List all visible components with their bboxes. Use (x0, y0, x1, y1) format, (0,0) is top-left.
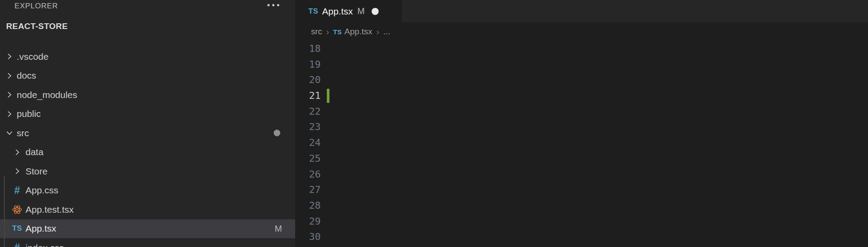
sidebar-item-app-test-tsx[interactable]: App.test.tsx (0, 200, 295, 219)
breadcrumb-label: ... (383, 27, 390, 36)
sidebar-item-index-css[interactable]: #index.css (0, 238, 295, 247)
breadcrumb-item-app-tsx[interactable]: TSApp.tsx (333, 27, 372, 36)
item-label: App.tsx (24, 223, 56, 234)
folder-modified-dot (274, 130, 280, 136)
code-line-30[interactable]: 30 (295, 229, 868, 245)
gutter (321, 214, 329, 229)
line-number: 28 (295, 198, 321, 214)
sidebar-item-app-css[interactable]: #App.css (0, 181, 295, 200)
gutter (321, 182, 329, 198)
gutter (321, 57, 329, 73)
chevron-right-icon (4, 110, 15, 118)
sidebar-item-node-modules[interactable]: node_modules (0, 85, 295, 105)
item-label: src (15, 128, 29, 138)
editor-area: TS App.tsx M src›TSApp.tsx›... 181920212… (295, 0, 868, 247)
gutter (321, 41, 329, 57)
gutter (321, 104, 329, 120)
item-label: node_modules (15, 90, 77, 100)
explorer-sidebar: EXPLORER ··· REACT-STORE .vscodedocsnode… (0, 0, 295, 247)
breadcrumb-item-src[interactable]: src (311, 27, 322, 36)
more-actions-icon[interactable]: ··· (267, 0, 281, 11)
code-line-25[interactable]: 25 (295, 151, 868, 167)
breadcrumb: src›TSApp.tsx›... (295, 22, 868, 41)
typescript-file-icon: TS (11, 224, 24, 233)
tab-bar: TS App.tsx M (295, 0, 868, 22)
gutter (321, 229, 329, 245)
line-number: 24 (295, 135, 321, 151)
css-file-icon: # (11, 185, 24, 196)
css-file-icon: # (11, 242, 24, 247)
chevron-right-icon (11, 149, 24, 156)
tab-git-badge: M (357, 6, 365, 16)
item-label: public (15, 109, 41, 119)
code-line-29[interactable]: 29 (295, 214, 868, 229)
chevron-right-icon (4, 72, 15, 80)
line-number: 30 (295, 229, 321, 245)
modified-gutter-indicator (321, 88, 329, 104)
sidebar-item-public[interactable]: public (0, 105, 295, 124)
gutter (321, 198, 329, 214)
breadcrumb-separator-icon: › (376, 26, 379, 37)
item-label: docs (15, 70, 36, 81)
tree-indent-guide (4, 176, 5, 247)
breadcrumb-label: src (311, 27, 322, 36)
project-section-header[interactable]: REACT-STORE (0, 19, 295, 33)
item-label: App.css (24, 185, 58, 196)
gutter (321, 135, 329, 151)
code-line-28[interactable]: 28 (295, 198, 868, 214)
line-number: 26 (295, 167, 321, 182)
line-number: 21 (295, 88, 321, 104)
item-label: Store (24, 166, 47, 177)
code-line-22[interactable]: 22 (295, 104, 868, 120)
code-editor[interactable]: 18192021222324252627282930 (295, 41, 868, 247)
explorer-header: EXPLORER ··· (0, 0, 295, 12)
line-number: 20 (295, 72, 321, 88)
code-line-24[interactable]: 24 (295, 135, 868, 151)
code-line-19[interactable]: 19 (295, 57, 868, 73)
line-number: 23 (295, 119, 321, 135)
breadcrumb-item-[interactable]: ... (383, 27, 390, 36)
gutter (321, 72, 329, 88)
tab-app-tsx[interactable]: TS App.tsx M (295, 0, 402, 22)
chevron-down-icon (4, 129, 15, 137)
sidebar-item-store[interactable]: Store (0, 162, 295, 181)
explorer-title: EXPLORER (0, 2, 58, 11)
chevron-right-icon (11, 167, 24, 175)
project-name: REACT-STORE (0, 22, 68, 31)
git-modified-badge: M (275, 224, 282, 234)
item-label: App.test.tsx (24, 204, 74, 215)
code-line-23[interactable]: 23 (295, 119, 868, 135)
sidebar-item-data[interactable]: data (0, 143, 295, 162)
file-tree: .vscodedocsnode_modulespublicsrcdataStor… (0, 33, 295, 247)
chevron-right-icon (4, 91, 15, 98)
line-number: 27 (295, 182, 321, 198)
item-label: index.css (24, 243, 64, 247)
gutter (321, 151, 329, 167)
typescript-icon: TS (333, 28, 342, 36)
breadcrumb-label: App.tsx (344, 27, 372, 36)
react-test-file-icon (11, 204, 24, 215)
code-line-26[interactable]: 26 (295, 167, 868, 182)
sidebar-item-src[interactable]: src (0, 123, 295, 143)
unsaved-dot-icon[interactable] (372, 8, 379, 15)
line-number: 18 (295, 41, 321, 57)
line-number: 19 (295, 57, 321, 73)
code-line-27[interactable]: 27 (295, 182, 868, 198)
code-line-18[interactable]: 18 (295, 41, 868, 57)
sidebar-item-vscode[interactable]: .vscode (0, 47, 295, 66)
item-label: data (24, 147, 43, 157)
item-label: .vscode (15, 51, 48, 62)
gutter (321, 167, 329, 182)
sidebar-item-docs[interactable]: docs (0, 66, 295, 86)
code-line-21[interactable]: 21 (295, 88, 868, 104)
tab-title: App.tsx (322, 6, 353, 17)
code-line-20[interactable]: 20 (295, 72, 868, 88)
chevron-right-icon (4, 53, 15, 60)
typescript-icon: TS (308, 7, 318, 16)
breadcrumb-separator-icon: › (326, 26, 329, 37)
line-number: 22 (295, 104, 321, 120)
gutter (321, 119, 329, 135)
line-number: 29 (295, 214, 321, 229)
line-number: 25 (295, 151, 321, 167)
sidebar-item-app-tsx[interactable]: TSApp.tsxM (0, 219, 295, 239)
